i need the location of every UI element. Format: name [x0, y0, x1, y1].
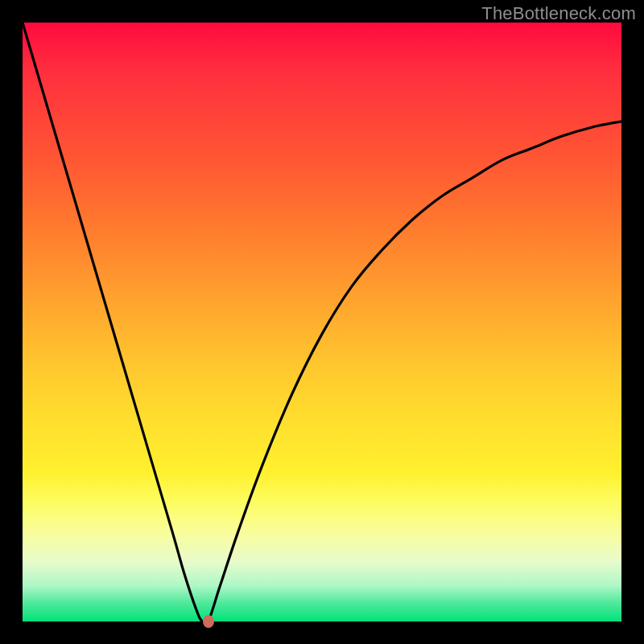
bottleneck-curve — [23, 23, 621, 621]
curve-path — [23, 23, 621, 621]
plot-area — [23, 23, 621, 621]
watermark-text: TheBottleneck.com — [481, 3, 636, 24]
chart-frame: TheBottleneck.com — [0, 0, 644, 644]
optimum-marker — [203, 615, 214, 628]
